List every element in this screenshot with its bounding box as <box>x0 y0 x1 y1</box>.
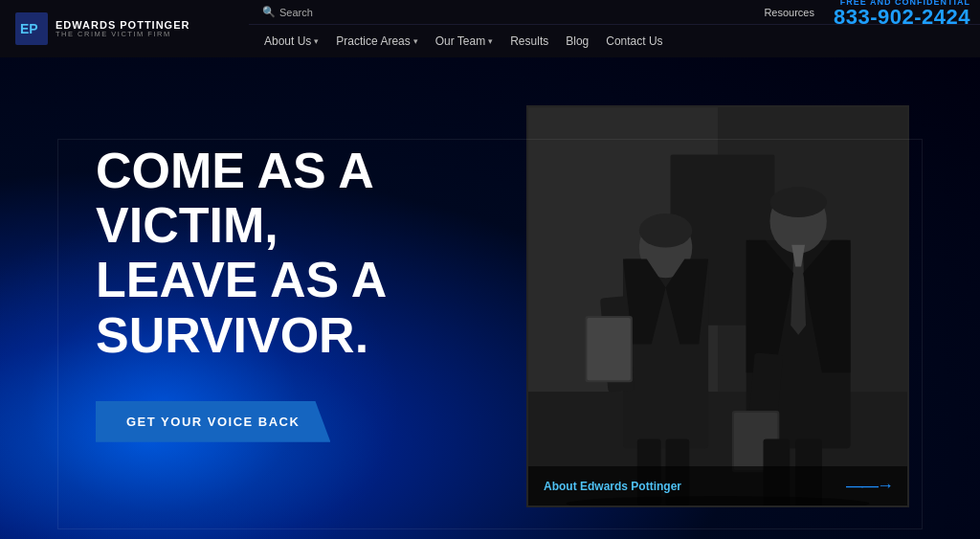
svg-rect-13 <box>587 318 631 380</box>
svg-point-8 <box>639 213 692 248</box>
search-icon: 🔍 <box>262 6 276 18</box>
resources-link[interactable]: Resources <box>764 7 814 18</box>
header-nav: 🔍 Search Resources FREE AND CONFIDENTIAL… <box>249 0 980 57</box>
hero-section: COME AS A VICTIM, LEAVE AS A SURVIVOR. G… <box>0 57 980 539</box>
image-caption-bar[interactable]: About Edwards Pottinger ——→ <box>528 466 907 505</box>
svg-text:EP: EP <box>20 21 38 36</box>
ep-logo-icon: EP <box>15 12 48 45</box>
nav-about-us[interactable]: About Us ▾ <box>256 25 326 57</box>
site-header: EP EDWARDS POTTINGER THE CRIME VICTIM FI… <box>0 0 980 57</box>
hero-text-block: COME AS A VICTIM, LEAVE AS A SURVIVOR. G… <box>96 115 507 442</box>
logo-area: EP EDWARDS POTTINGER THE CRIME VICTIM FI… <box>0 0 249 57</box>
nav-our-team[interactable]: Our Team ▾ <box>428 25 501 57</box>
image-caption-text: About Edwards Pottinger <box>544 480 681 493</box>
hero-content: COME AS A VICTIM, LEAVE AS A SURVIVOR. G… <box>0 57 980 539</box>
logo-text: EDWARDS POTTINGER THE CRIME VICTIM FIRM <box>56 19 189 38</box>
logo-tagline: THE CRIME VICTIM FIRM <box>56 31 189 38</box>
phone-block: FREE AND CONFIDENTIAL 833-902-2424 <box>834 0 970 28</box>
header-top-row: 🔍 Search Resources FREE AND CONFIDENTIAL… <box>249 0 980 25</box>
hero-cta-button[interactable]: GET YOUR VOICE BACK <box>96 401 330 442</box>
hero-photo-svg <box>528 107 907 505</box>
search-link[interactable]: 🔍 Search <box>258 6 313 18</box>
nav-practice-areas[interactable]: Practice Areas ▾ <box>328 25 425 57</box>
chevron-down-icon: ▾ <box>314 36 319 46</box>
nav-blog[interactable]: Blog <box>558 25 596 57</box>
resources-label: Resources <box>764 7 814 18</box>
search-label: Search <box>279 7 313 18</box>
chevron-down-icon: ▾ <box>413 36 418 46</box>
caption-arrow-icon: ——→ <box>846 476 892 496</box>
hero-image-container: About Edwards Pottinger ——→ <box>526 105 909 507</box>
nav-results[interactable]: Results <box>502 25 556 57</box>
main-nav: About Us ▾ Practice Areas ▾ Our Team ▾ R… <box>249 25 980 57</box>
svg-point-18 <box>769 187 826 217</box>
hero-image <box>528 107 907 505</box>
chevron-down-icon: ▾ <box>488 36 493 46</box>
nav-contact-us[interactable]: Contact Us <box>598 25 670 57</box>
hero-headline: COME AS A VICTIM, LEAVE AS A SURVIVOR. <box>96 144 507 363</box>
